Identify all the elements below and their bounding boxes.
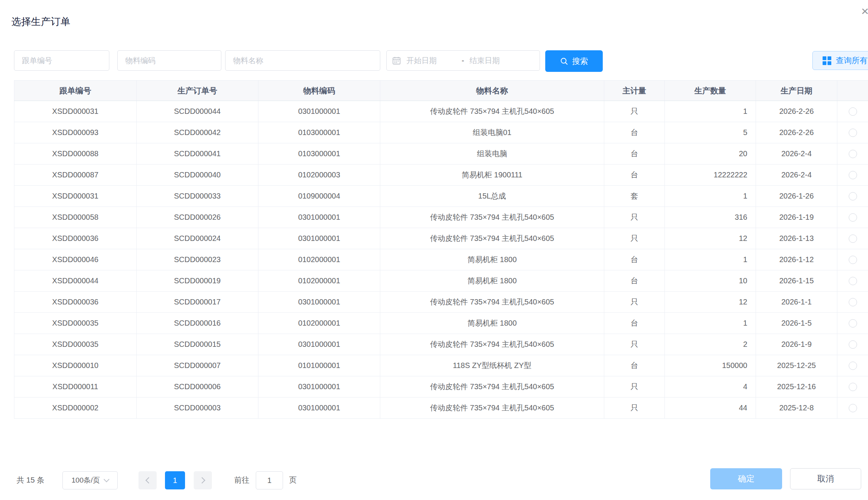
next-page-button[interactable] [194,471,212,489]
cell-unit: 只 [604,207,665,228]
row-select-radio[interactable] [849,213,857,222]
cell-quantity: 1 [665,186,756,207]
cell-quantity: 316 [665,207,756,228]
row-select-radio[interactable] [849,340,857,349]
cell-unit: 只 [604,334,665,355]
current-page-button[interactable]: 1 [165,471,185,489]
row-select-radio[interactable] [849,404,857,412]
query-all-button[interactable]: 查询所有 [812,51,868,70]
cancel-button[interactable]: 取消 [790,468,861,489]
goto-label: 前往 [234,475,249,485]
cell-material-code: 0301000001 [258,101,380,122]
table-row[interactable]: XSDD000002 SCDD000003 0301000001 传动皮轮件 7… [14,398,868,419]
cell-material-code: 0301000001 [258,376,380,398]
cell-unit: 台 [604,313,665,334]
cell-select [837,398,868,419]
row-select-radio[interactable] [849,129,857,137]
cell-unit: 台 [604,355,665,376]
row-select-radio[interactable] [849,277,857,285]
table-row[interactable]: XSDD000087 SCDD000040 0102000003 简易机柜 19… [14,165,868,186]
orders-table: 跟单编号 生产订单号 物料编码 物料名称 主计量 生产数量 生产日期 XSDD0… [14,80,868,419]
cell-material-code: 0102000001 [258,270,380,292]
cell-production-order-no: SCDD000006 [137,376,258,398]
cell-production-order-no: SCDD000015 [137,334,258,355]
row-select-radio[interactable] [849,107,857,116]
cell-material-code: 0301000001 [258,228,380,249]
table-row[interactable]: XSDD000031 SCDD000033 0109000004 15L总成 套… [14,186,868,207]
cell-quantity: 12 [665,292,756,313]
cell-production-order-no: SCDD000017 [137,292,258,313]
prev-page-button[interactable] [138,471,157,489]
search-button[interactable]: 搜索 [545,50,603,72]
close-icon[interactable]: × [857,5,868,20]
confirm-button[interactable]: 确定 [710,468,782,489]
date-end-input[interactable] [470,56,523,65]
table-row[interactable]: XSDD000036 SCDD000017 0301000001 传动皮轮件 7… [14,292,868,313]
table-row[interactable]: XSDD000058 SCDD000026 0301000001 传动皮轮件 7… [14,207,868,228]
cell-production-order-no: SCDD000044 [137,101,258,122]
page-size-select[interactable]: 100条/页 [62,471,118,489]
row-select-radio[interactable] [849,319,857,328]
chevron-right-icon [199,477,205,484]
cell-production-order-no: SCDD000007 [137,355,258,376]
cell-quantity: 5 [665,122,756,143]
row-select-radio[interactable] [849,192,857,200]
material-name-input[interactable] [225,50,380,71]
table-row[interactable]: XSDD000031 SCDD000044 0301000001 传动皮轮件 7… [14,101,868,122]
table-row[interactable]: XSDD000044 SCDD000019 0102000001 简易机柜 18… [14,270,868,292]
cell-material-name: 118S ZY型纸杯机 ZY型 [380,355,604,376]
table-row[interactable]: XSDD000010 SCDD000007 0101000001 118S ZY… [14,355,868,376]
table-row[interactable]: XSDD000011 SCDD000006 0301000001 传动皮轮件 7… [14,376,868,398]
cell-order-no: XSDD000010 [14,355,137,376]
cell-material-name: 简易机柜 1800 [380,270,604,292]
cell-production-order-no: SCDD000003 [137,398,258,419]
grid-icon [823,56,831,65]
date-range-picker[interactable]: - [386,50,540,71]
table-row[interactable]: XSDD000046 SCDD000023 0102000001 简易机柜 18… [14,249,868,270]
header-production-order-no: 生产订单号 [137,81,258,101]
table-body: XSDD000031 SCDD000044 0301000001 传动皮轮件 7… [14,101,868,419]
cell-production-order-no: SCDD000042 [137,122,258,143]
cell-production-order-no: SCDD000033 [137,186,258,207]
cell-production-date: 2025-12-25 [756,355,837,376]
calendar-icon [392,56,401,65]
cell-select [837,249,868,270]
cell-order-no: XSDD000031 [14,186,137,207]
cell-select [837,165,868,186]
header-material-name: 物料名称 [380,81,604,101]
table-row[interactable]: XSDD000036 SCDD000024 0301000001 传动皮轮件 7… [14,228,868,249]
cell-unit: 只 [604,101,665,122]
cell-order-no: XSDD000011 [14,376,137,398]
cell-production-order-no: SCDD000026 [137,207,258,228]
row-select-radio[interactable] [849,234,857,243]
cell-select [837,334,868,355]
table-row[interactable]: XSDD000035 SCDD000015 0301000001 传动皮轮件 7… [14,334,868,355]
cell-production-date: 2026-1-13 [756,228,837,249]
table-header-row: 跟单编号 生产订单号 物料编码 物料名称 主计量 生产数量 生产日期 [14,81,868,101]
row-select-radio[interactable] [849,362,857,370]
cell-order-no: XSDD000093 [14,122,137,143]
material-code-input[interactable] [117,50,221,71]
row-select-radio[interactable] [849,383,857,391]
table-row[interactable]: XSDD000035 SCDD000016 0102000001 简易机柜 18… [14,313,868,334]
order-no-input[interactable] [14,50,109,71]
cell-production-date: 2026-1-26 [756,186,837,207]
row-select-radio[interactable] [849,150,857,158]
cell-order-no: XSDD000002 [14,398,137,419]
cell-quantity: 2 [665,334,756,355]
header-unit: 主计量 [604,81,665,101]
table-row[interactable]: XSDD000093 SCDD000042 0103000001 组装电脑01 … [14,122,868,143]
row-select-radio[interactable] [849,298,857,306]
row-select-radio[interactable] [849,256,857,264]
cell-unit: 只 [604,228,665,249]
goto-page-input[interactable] [256,471,283,489]
cell-quantity: 150000 [665,355,756,376]
row-select-radio[interactable] [849,171,857,179]
cell-select [837,122,868,143]
date-start-input[interactable] [406,56,459,65]
cell-order-no: XSDD000035 [14,313,137,334]
cell-quantity: 1 [665,249,756,270]
cell-select [837,101,868,122]
cell-select [837,270,868,292]
table-row[interactable]: XSDD000088 SCDD000041 0103000001 组装电脑 台 … [14,143,868,165]
